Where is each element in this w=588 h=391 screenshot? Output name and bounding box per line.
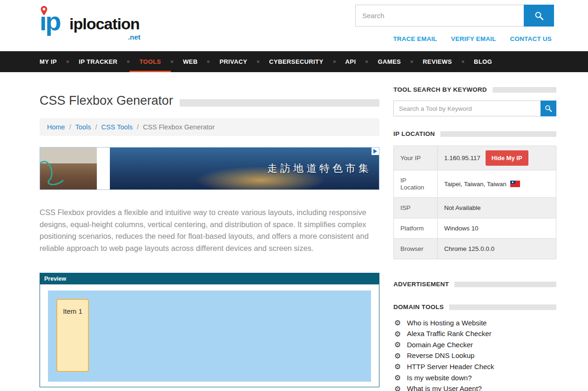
search-button[interactable]: [524, 5, 554, 27]
tool-description: CSS Flexbox provides a flexible and intu…: [40, 207, 379, 254]
list-item: ⚙ Who is Hosting a Website: [393, 319, 556, 327]
your-ip-value: 1.160.95.117: [444, 155, 480, 162]
ad-banner[interactable]: 走訪地道特色市集: [40, 147, 379, 190]
trace-email-link[interactable]: TRACE EMAIL: [393, 35, 437, 42]
list-item: ⚙ Alexa Traffic Rank Checker: [393, 330, 556, 338]
search-icon: [545, 105, 552, 112]
domain-tools-heading: DOMAIN TOOLS: [393, 303, 444, 310]
breadcrumb: Home / Tools / CSS Tools / CSS Flexbox G…: [40, 118, 379, 136]
contact-us-link[interactable]: CONTACT US: [510, 35, 552, 42]
ip-location-value: Taipei, Taiwan, Taiwan: [444, 181, 507, 188]
logo-wordmark: iplocation: [69, 15, 140, 33]
list-item: ⚙ HTTP Server Header Check: [393, 363, 556, 371]
ad-main-image: 走訪地道特色市集: [110, 148, 379, 189]
row-value-cell: Windows 10: [438, 218, 556, 239]
gear-icon: ⚙: [393, 352, 402, 360]
heading-decoration-bar: [454, 282, 556, 287]
ad-left-squiggle: [40, 148, 97, 189]
gear-icon: ⚙: [393, 385, 402, 391]
hide-my-ip-button[interactable]: Hide My IP: [486, 150, 528, 166]
breadcrumb-current: CSS Flexbox Generator: [143, 123, 215, 131]
logo-icon: ıp: [40, 5, 69, 38]
verify-email-link[interactable]: VERIFY EMAIL: [451, 35, 496, 42]
list-item: ⚙ Domain Age Checker: [393, 341, 556, 349]
row-label: Your IP: [394, 146, 438, 170]
list-item: ⚙ Reverse DNS Lookup: [393, 352, 556, 360]
domain-tool-link-website-down[interactable]: Is my website down?: [407, 374, 472, 382]
taiwan-flag-icon: [510, 181, 520, 187]
gear-icon: ⚙: [393, 319, 402, 327]
domain-tool-link-hosting[interactable]: Who is Hosting a Website: [407, 319, 487, 327]
nav-item-cybersecurity[interactable]: CYBERSECURITY: [259, 51, 333, 72]
tool-search-input[interactable]: [393, 101, 541, 116]
nav-item-ip-tracker[interactable]: IP TRACKER: [69, 51, 127, 72]
nav-item-blog[interactable]: BLOG: [464, 51, 502, 72]
page-title: CSS Flexbox Generator: [40, 94, 173, 108]
adchoices-icon[interactable]: [372, 148, 379, 155]
tool-search-heading: TOOL SEARCH BY KEYWORD: [393, 86, 487, 93]
search-icon: [534, 11, 544, 20]
nav-item-my-ip[interactable]: MY IP: [40, 51, 67, 72]
content: CSS Flexbox Generator Home / Tools / CSS…: [0, 72, 588, 391]
breadcrumb-tools[interactable]: Tools: [75, 123, 91, 131]
nav-item-web[interactable]: WEB: [173, 51, 208, 72]
row-value-cell: Taipei, Taiwan, Taiwan: [438, 170, 556, 198]
gear-icon: ⚙: [393, 341, 402, 349]
domain-tools-heading-row: DOMAIN TOOLS: [393, 303, 556, 310]
main-column: CSS Flexbox Generator Home / Tools / CSS…: [40, 86, 379, 391]
breadcrumb-css-tools[interactable]: CSS Tools: [101, 123, 133, 131]
breadcrumb-home[interactable]: Home: [47, 123, 65, 131]
main-nav: MY IP IP TRACKER TOOLS WEB PRIVACY CYBER…: [0, 51, 588, 72]
table-row-ip-location: IP Location Taipei, Taiwan, Taiwan: [394, 170, 556, 198]
domain-tool-link-reverse-dns[interactable]: Reverse DNS Lookup: [407, 352, 474, 360]
logo-text: iplocation .net: [69, 15, 140, 33]
nav-item-reviews[interactable]: REVIEWS: [413, 51, 462, 72]
advertisement-heading-row: ADVERTISEMENT: [393, 281, 556, 288]
tool-search: [393, 101, 556, 116]
breadcrumb-separator: /: [137, 123, 139, 131]
tool-search-heading-row: TOOL SEARCH BY KEYWORD: [393, 86, 556, 93]
flex-item-label: Item 1: [63, 307, 82, 371]
ip-location-heading-row: IP LOCATION: [393, 130, 556, 137]
heading-decoration-bar: [440, 131, 556, 137]
header-links: TRACE EMAIL VERIFY EMAIL CONTACT US: [393, 35, 552, 42]
breadcrumb-separator: /: [69, 123, 71, 131]
preview-panel: Preview Item 1: [40, 273, 379, 387]
list-item: ⚙ What is my User Agent?: [393, 385, 556, 391]
heading-decoration-bar: [449, 304, 556, 310]
tool-search-button[interactable]: [541, 101, 556, 116]
header-search: [355, 5, 554, 27]
domain-tools-list: ⚙ Who is Hosting a Website ⚙ Alexa Traff…: [393, 319, 556, 391]
nav-item-tools[interactable]: TOOLS: [129, 51, 171, 72]
table-row-your-ip: Your IP 1.160.95.117 Hide My IP: [394, 146, 556, 170]
domain-tool-link-http-header[interactable]: HTTP Server Header Check: [407, 363, 494, 371]
logo-tld: .net: [128, 33, 141, 41]
flex-container: Item 1: [48, 290, 371, 382]
ad-text: 走訪地道特色市集: [267, 162, 379, 175]
search-input[interactable]: [355, 5, 524, 27]
preview-body: Item 1: [40, 284, 379, 387]
domain-tool-link-alexa[interactable]: Alexa Traffic Rank Checker: [407, 330, 491, 338]
row-value-cell: Not Available: [438, 198, 556, 218]
ad-gap: [97, 148, 110, 189]
nav-item-api[interactable]: API: [336, 51, 366, 72]
domain-tool-link-user-agent[interactable]: What is my User Agent?: [407, 385, 482, 391]
nav-item-privacy[interactable]: PRIVACY: [210, 51, 257, 72]
nav-item-games[interactable]: GAMES: [368, 51, 411, 72]
row-label: Platform: [394, 218, 438, 239]
gear-icon: ⚙: [393, 374, 402, 382]
ip-info-table: Your IP 1.160.95.117 Hide My IP IP Locat…: [393, 146, 556, 259]
list-item: ⚙ Is my website down?: [393, 374, 556, 382]
preview-header: Preview: [40, 273, 379, 284]
ip-location-heading: IP LOCATION: [393, 130, 435, 137]
title-decoration-bar: [180, 99, 379, 107]
flex-item-1[interactable]: Item 1: [56, 299, 89, 372]
site-logo[interactable]: ıp iplocation .net: [40, 5, 140, 38]
table-row-platform: Platform Windows 10: [394, 218, 556, 239]
map-pin-icon: [40, 6, 48, 16]
breadcrumb-separator: /: [95, 123, 97, 131]
domain-tool-link-domain-age[interactable]: Domain Age Checker: [407, 341, 473, 349]
title-row: CSS Flexbox Generator: [40, 94, 379, 108]
table-row-browser: Browser Chrome 125.0.0.0: [394, 239, 556, 259]
row-value-cell: Chrome 125.0.0.0: [438, 239, 556, 259]
